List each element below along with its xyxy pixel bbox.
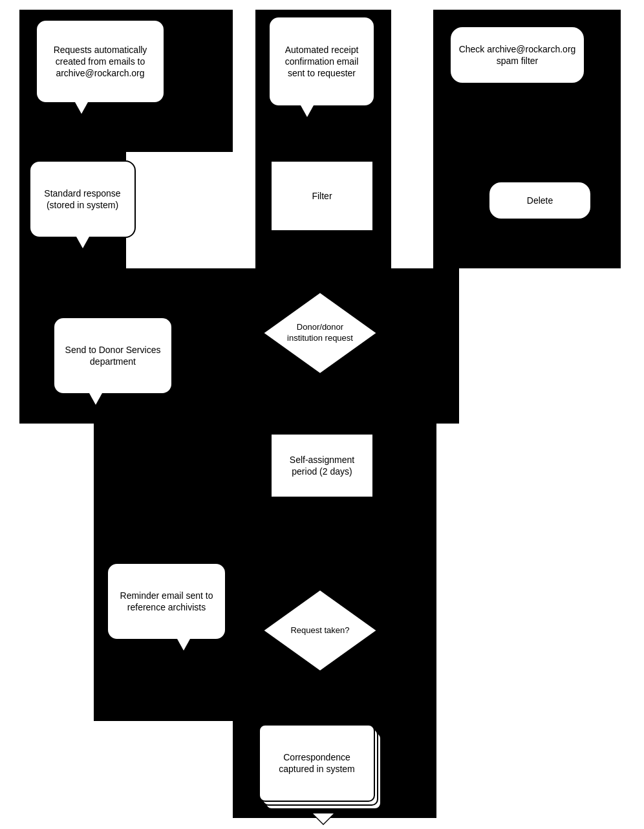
donor-request-node: Donor/donor institution request [262,291,378,375]
send-to-donor-node: Send to Donor Services department [53,317,173,394]
self-assignment-node: Self-assignment period (2 days) [270,433,374,498]
donor-request-label: Donor/donor institution request [281,322,359,344]
filter-node: Filter [270,160,374,231]
auto-requests-label: Requests automatically created from emai… [45,44,156,80]
automated-receipt-label: Automated receipt confirmation email sen… [276,44,367,80]
standard-response-node: Standard response (stored in system) [29,160,136,238]
request-taken-node: Request taken? [262,588,378,673]
standard-response-label: Standard response (stored in system) [37,188,128,211]
reminder-email-label: Reminder email sent to reference archivi… [114,590,219,613]
self-assignment-label: Self-assignment period (2 days) [278,454,366,477]
auto-requests-node: Requests automatically created from emai… [36,19,165,103]
delete-label: Delete [527,195,553,206]
check-spam-node: Check archive@rockarch.org spam filter [449,26,585,84]
automated-receipt-node: Automated receipt confirmation email sen… [268,16,375,107]
correspondence-captured-node: Correspondence captured in system [259,724,388,815]
send-to-donor-label: Send to Donor Services department [61,344,165,367]
correspondence-label: Correspondence captured in system [266,751,367,775]
connector-lines [0,0,644,829]
diagram-container: Requests automatically created from emai… [0,0,644,829]
filter-label: Filter [312,190,332,202]
reminder-email-node: Reminder email sent to reference archivi… [107,563,226,640]
delete-node: Delete [488,181,592,220]
check-spam-label: Check archive@rockarch.org spam filter [457,43,577,67]
request-taken-label: Request taken? [290,625,349,636]
